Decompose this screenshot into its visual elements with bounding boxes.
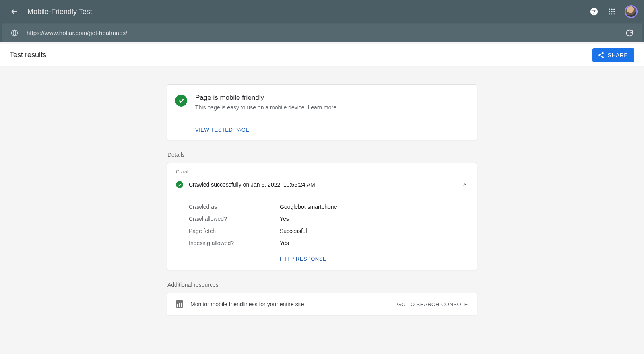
apps-grid-icon: [608, 8, 616, 16]
app-title: Mobile-Friendly Test: [27, 8, 589, 16]
apps-button[interactable]: [607, 7, 617, 16]
view-tested-page-button[interactable]: VIEW TESTED PAGE: [195, 127, 250, 133]
svg-point-13: [598, 54, 600, 56]
svg-point-8: [609, 13, 610, 14]
refresh-button[interactable]: [625, 29, 634, 37]
topbar-actions: ?: [589, 5, 638, 18]
svg-point-2: [609, 9, 610, 10]
crawl-success-icon: [176, 181, 183, 188]
svg-point-5: [609, 11, 610, 12]
learn-more-link[interactable]: Learn more: [308, 104, 336, 111]
svg-point-12: [602, 52, 604, 54]
crawl-summary-text: Crawled successfully on Jan 6, 2022, 10:…: [189, 181, 456, 188]
result-title: Page is mobile friendly: [195, 94, 336, 102]
svg-point-4: [613, 9, 615, 10]
result-subtitle: This page is easy to use on a mobile dev…: [195, 104, 336, 111]
arrow-left-icon: [10, 7, 19, 16]
share-button[interactable]: SHARE: [592, 48, 634, 62]
main-content: Page is mobile friendly This page is eas…: [167, 84, 477, 315]
additional-text: Monitor mobile friendliness for your ent…: [190, 301, 390, 307]
result-status-row: Page is mobile friendly This page is eas…: [167, 85, 477, 119]
view-tested-row: VIEW TESTED PAGE: [167, 119, 477, 140]
detail-value: Yes: [280, 240, 289, 246]
bar-chart-icon: [176, 300, 183, 308]
help-icon: ?: [590, 7, 599, 16]
detail-key: Indexing allowed?: [189, 240, 280, 246]
page-title: Test results: [10, 51, 46, 59]
result-card: Page is mobile friendly This page is eas…: [167, 84, 477, 140]
detail-value: Yes: [280, 216, 289, 222]
crawl-detail-table: Crawled as Googlebot smartphone Crawl al…: [167, 195, 477, 251]
tested-url-input[interactable]: https://www.hotjar.com/get-heatmaps/: [27, 29, 625, 36]
refresh-icon: [625, 29, 634, 37]
results-header: Test results SHARE: [0, 44, 644, 66]
svg-point-9: [611, 13, 612, 14]
account-avatar[interactable]: [625, 5, 638, 18]
detail-row: Indexing allowed? Yes: [189, 237, 468, 249]
success-check-icon: [175, 95, 187, 107]
detail-row: Crawled as Googlebot smartphone: [189, 201, 468, 213]
back-button[interactable]: [6, 4, 23, 20]
globe-icon: [10, 29, 19, 37]
top-app-bar: Mobile-Friendly Test ?: [0, 0, 644, 23]
crawl-label: Crawl: [167, 163, 477, 179]
result-subtitle-text: This page is easy to use on a mobile dev…: [195, 104, 308, 111]
avatar-image: [626, 6, 636, 17]
svg-point-10: [613, 13, 615, 14]
svg-text:?: ?: [592, 9, 596, 15]
detail-row: Crawl allowed? Yes: [189, 213, 468, 225]
detail-row: Page fetch Successful: [189, 225, 468, 237]
http-response-button[interactable]: HTTP RESPONSE: [280, 256, 326, 262]
share-icon: [597, 51, 605, 59]
svg-point-7: [613, 11, 615, 12]
url-bar: https://www.hotjar.com/get-heatmaps/: [2, 23, 642, 42]
detail-key: Crawled as: [189, 204, 280, 210]
detail-key: Crawl allowed?: [189, 216, 280, 222]
additional-section-label: Additional resources: [167, 282, 477, 288]
help-button[interactable]: ?: [589, 7, 599, 16]
detail-value: Googlebot smartphone: [280, 204, 337, 210]
detail-value: Successful: [280, 228, 307, 234]
detail-key: Page fetch: [189, 228, 280, 234]
share-label: SHARE: [608, 52, 628, 58]
additional-resources-card: Monitor mobile friendliness for your ent…: [167, 293, 477, 315]
crawl-summary-row[interactable]: Crawled successfully on Jan 6, 2022, 10:…: [167, 179, 477, 195]
go-to-search-console-link[interactable]: GO TO SEARCH CONSOLE: [397, 301, 468, 307]
svg-point-14: [602, 56, 604, 58]
svg-point-3: [611, 9, 612, 10]
details-section-label: Details: [167, 152, 477, 158]
chevron-up-icon: [462, 181, 468, 188]
crawl-card: Crawl Crawled successfully on Jan 6, 202…: [167, 163, 477, 270]
svg-point-6: [611, 11, 612, 12]
